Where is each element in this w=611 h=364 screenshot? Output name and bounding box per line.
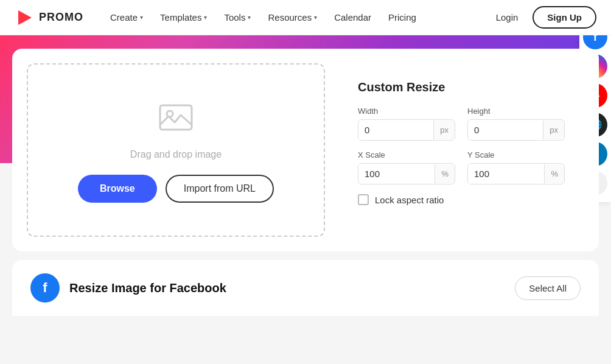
nav-calendar-label: Calendar (334, 12, 371, 23)
nav-pricing-label: Pricing (388, 12, 416, 23)
svg-marker-0 (18, 10, 32, 25)
nav-templates-label: Templates (160, 12, 201, 23)
svg-rect-1 (160, 105, 192, 130)
main-card: Drag and drop image Browse Import from U… (12, 49, 599, 251)
import-url-button[interactable]: Import from URL (166, 175, 274, 203)
nav-item-tools[interactable]: Tools ▾ (217, 7, 258, 27)
width-input[interactable] (358, 120, 433, 140)
bottom-section: f Resize Image for Facebook Select All (12, 260, 599, 316)
xscale-input[interactable] (358, 164, 435, 184)
chevron-down-icon: ▾ (248, 14, 251, 21)
height-input-group: px (467, 119, 565, 141)
resize-title: Custom Resize (358, 80, 565, 94)
height-field: Height px (467, 107, 565, 141)
nav-item-calendar[interactable]: Calendar (327, 7, 379, 27)
width-field: Width px (358, 107, 455, 141)
facebook-resize-title: Resize Image for Facebook (69, 281, 226, 295)
nav-item-templates[interactable]: Templates ▾ (153, 7, 214, 27)
width-input-group: px (358, 119, 455, 141)
yscale-label: Y Scale (467, 150, 565, 159)
yscale-field: Y Scale % (467, 150, 565, 184)
signup-button[interactable]: Sign Up (532, 6, 596, 29)
nav-right: Login Sign Up (489, 6, 596, 29)
chevron-down-icon: ▾ (204, 14, 207, 21)
logo[interactable]: PROMO (15, 8, 83, 27)
nav-create-label: Create (110, 12, 138, 23)
resize-panel: Custom Resize Width px Height px (340, 63, 583, 237)
lock-aspect-label: Lock aspect ratio (375, 195, 444, 205)
xscale-input-group: % (358, 163, 455, 184)
card-actions: Browse Import from URL (78, 175, 274, 203)
facebook-icon: f (30, 273, 60, 303)
width-label: Width (358, 107, 455, 116)
drag-drop-text: Drag and drop image (130, 149, 222, 160)
image-placeholder-icon (156, 98, 195, 139)
nav-item-create[interactable]: Create ▾ (103, 7, 150, 27)
nav-resources-label: Resources (268, 12, 312, 23)
width-height-row: Width px Height px (358, 107, 565, 141)
chevron-down-icon: ▾ (140, 14, 143, 21)
xscale-unit: % (435, 164, 455, 183)
login-button[interactable]: Login (489, 7, 526, 27)
height-unit: px (543, 121, 564, 139)
select-all-button[interactable]: Select All (515, 276, 581, 300)
content-zone: Drag and drop image Browse Import from U… (0, 35, 611, 316)
height-label: Height (467, 107, 565, 116)
lock-aspect-row: Lock aspect ratio (358, 194, 565, 205)
height-input[interactable] (468, 120, 543, 140)
promo-logo-icon (15, 8, 34, 27)
fb-logo-row: f Resize Image for Facebook (30, 273, 226, 303)
chevron-down-icon: ▾ (314, 14, 317, 21)
yscale-input-group: % (467, 163, 565, 184)
nav-items: Create ▾ Templates ▾ Tools ▾ Resources ▾… (103, 7, 489, 27)
nav-item-pricing[interactable]: Pricing (381, 7, 424, 27)
browse-button[interactable]: Browse (78, 175, 157, 203)
xscale-label: X Scale (358, 150, 455, 159)
upload-area[interactable]: Drag and drop image Browse Import from U… (27, 63, 325, 237)
navbar: PROMO Create ▾ Templates ▾ Tools ▾ Resou… (0, 0, 611, 35)
nav-tools-label: Tools (224, 12, 245, 23)
yscale-input[interactable] (468, 164, 544, 184)
nav-item-resources[interactable]: Resources ▾ (260, 7, 324, 27)
width-unit: px (433, 121, 455, 139)
scale-row: X Scale % Y Scale % (358, 150, 565, 184)
lock-aspect-checkbox[interactable] (358, 194, 369, 205)
yscale-unit: % (544, 164, 564, 183)
logo-text: PROMO (39, 11, 83, 24)
xscale-field: X Scale % (358, 150, 455, 184)
